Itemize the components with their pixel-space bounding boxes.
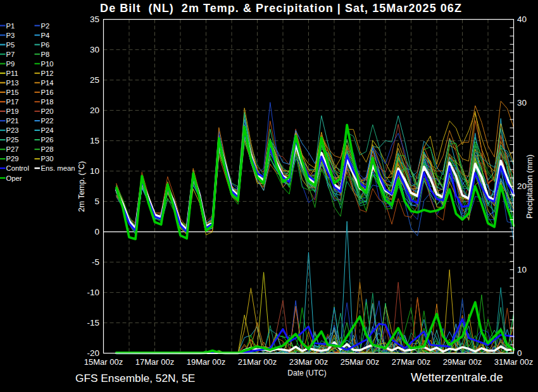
svg-text:P10: P10 [41,60,54,68]
svg-text:23Mar 00z: 23Mar 00z [289,357,328,367]
svg-text:5: 5 [94,197,99,206]
svg-text:P29: P29 [6,155,19,162]
svg-text:10: 10 [517,265,527,274]
svg-text:P3: P3 [6,32,15,39]
svg-text:P21: P21 [6,117,19,125]
svg-text:Precipitation (mm): Precipitation (mm) [525,154,534,218]
svg-text:21Mar 00z: 21Mar 00z [238,357,277,367]
svg-text:10: 10 [90,166,99,176]
svg-text:P25: P25 [6,136,19,144]
svg-text:P1: P1 [6,22,15,30]
svg-text:35: 35 [90,15,99,24]
svg-text:P4: P4 [41,32,50,39]
svg-text:P17: P17 [6,98,19,106]
svg-text:Control: Control [6,164,29,172]
svg-text:P5: P5 [6,41,15,49]
svg-text:P30: P30 [41,155,54,162]
svg-text:P23: P23 [6,126,19,134]
svg-text:15: 15 [90,136,99,145]
svg-text:25Mar 00z: 25Mar 00z [341,357,379,367]
svg-text:0: 0 [94,227,99,236]
svg-text:P15: P15 [6,89,19,96]
svg-text:P6: P6 [41,41,50,49]
svg-text:P28: P28 [41,145,54,153]
svg-text:Wetterzentrale.de: Wetterzentrale.de [411,371,503,384]
svg-text:GFS Ensemble, 52N, 5E: GFS Ensemble, 52N, 5E [75,372,195,384]
svg-text:P20: P20 [41,107,54,115]
svg-text:-20: -20 [87,348,99,358]
svg-text:P8: P8 [41,51,50,58]
svg-text:-10: -10 [87,288,99,297]
svg-text:P13: P13 [6,79,19,87]
svg-text:27Mar 00z: 27Mar 00z [392,357,430,367]
svg-text:20: 20 [90,106,99,115]
svg-text:P18: P18 [41,98,54,106]
svg-text:19Mar 00z: 19Mar 00z [187,357,225,367]
svg-text:-15: -15 [87,318,99,328]
svg-text:Date (UTC): Date (UTC) [287,369,326,377]
svg-text:17Mar 00z: 17Mar 00z [135,357,174,367]
svg-text:P26: P26 [41,136,54,144]
svg-text:29Mar 00z: 29Mar 00z [443,357,482,367]
svg-text:2m Temp. (°C): 2m Temp. (°C) [77,161,86,212]
svg-text:30: 30 [517,98,527,107]
svg-text:P16: P16 [41,89,54,96]
svg-text:30: 30 [90,45,99,54]
svg-text:P12: P12 [41,70,54,77]
svg-text:25: 25 [90,75,99,85]
svg-text:P14: P14 [41,79,54,87]
svg-text:P19: P19 [6,107,19,115]
svg-text:40: 40 [517,15,527,24]
svg-text:De Bilt (NL) 2m Temp. & Prec: De Bilt (NL) 2m Temp. & Precipitation | … [100,2,462,15]
svg-text:15Mar 00z: 15Mar 00z [84,357,123,367]
svg-text:-5: -5 [92,257,99,267]
svg-text:P2: P2 [41,22,50,30]
svg-text:31Mar 00z: 31Mar 00z [494,357,533,367]
svg-text:P22: P22 [41,117,54,125]
svg-text:P24: P24 [41,126,54,134]
svg-text:Oper: Oper [6,175,22,182]
svg-text:P9: P9 [6,60,15,68]
svg-text:0: 0 [517,348,522,358]
svg-text:Ens. mean: Ens. mean [41,164,75,172]
svg-text:P7: P7 [6,51,15,58]
svg-text:P27: P27 [6,145,19,153]
svg-text:P11: P11 [6,70,18,77]
